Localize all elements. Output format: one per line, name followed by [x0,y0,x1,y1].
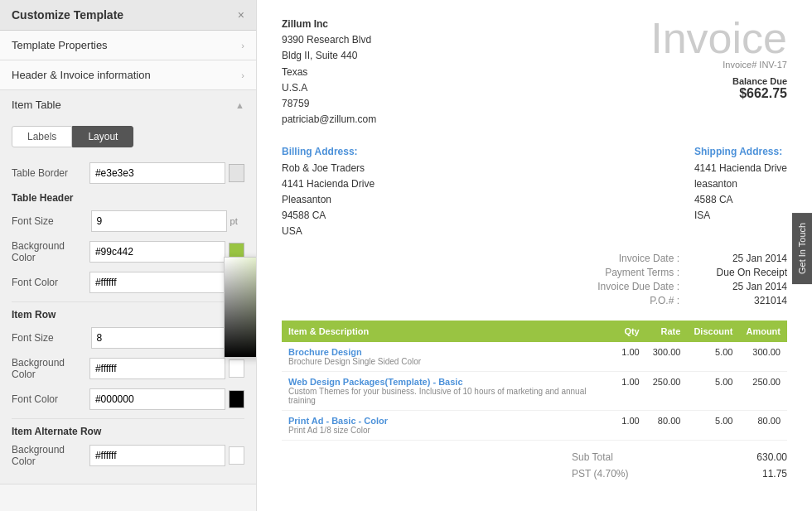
totals-row-1: Sub Total 630.00 [572,449,787,465]
row1-rate: 300.00 [646,342,688,372]
table-border-row: Table Border [12,162,244,184]
header-bg-input[interactable] [89,241,225,263]
chevron-right-icon2: › [241,70,244,80]
item-alt-row-title: Item Alternate Row [12,426,244,437]
item-alt-bg-input[interactable] [89,445,225,466]
item-table: Item & Description Qty Rate Discount Amo… [282,321,787,441]
item-table-section: Item Table ▲ Labels Layout Table Border … [0,90,256,484]
color-picker-body [225,258,257,357]
item-table-header[interactable]: Item Table ▲ [0,90,256,119]
row3-amount: 80.00 [739,411,787,441]
table-row: Web Design Packages(Template) - Basic Cu… [282,372,787,411]
invoice-preview: Zillum Inc 9390 Research Blvd Bldg II, S… [257,0,812,511]
row2-desc: Custom Themes for your business. Inclusi… [288,387,608,405]
template-properties-label: Template Properties [12,39,108,51]
invoice-title-block: Invoice Invoice# INV-17 Balance Due $662… [650,17,787,128]
totals-value-1: 630.00 [756,451,787,463]
meta-key-1: Invoice Date : [580,253,679,264]
header-bg-color-row: Background Color [12,240,244,263]
get-in-touch-tab[interactable]: Get In Touch [792,213,812,284]
item-font-size-input[interactable] [91,327,227,349]
tab-labels[interactable]: Labels [12,126,72,147]
shipping-label: Shipping Address: [694,144,787,160]
item-font-size-row: Font Size pt [12,327,244,349]
item-alt-bg-row: Background Color [12,444,244,467]
header-font-size-row: Font Size pt [12,210,244,232]
item-alt-bg-swatch[interactable] [229,446,244,465]
row2-discount: 5.00 [687,372,739,411]
item-bg-input[interactable] [89,358,225,379]
company-zip: 78759 [282,96,376,112]
header-font-size-unit: pt [230,216,244,226]
form-section: Table Border Table Header Font Size pt B… [0,154,256,484]
close-button[interactable]: × [238,8,244,22]
balance-due-amount: $662.75 [650,86,787,101]
section-header-invoice[interactable]: Header & Invoice information › [0,60,256,90]
divider1 [12,301,244,302]
meta-row-3: Invoice Due Date : 25 Jan 2014 [580,281,787,292]
color-gradient[interactable] [225,258,257,357]
item-font-color-input[interactable] [89,388,225,410]
row1-desc: Brochure Design Single Sided Color [288,357,608,366]
meta-row-2: Payment Terms : Due On Receipt [580,267,787,278]
left-panel: Customize Template × Template Properties… [0,0,257,511]
invoice-number-label: Invoice# [723,60,756,70]
header-font-size-label: Font Size [12,215,91,227]
shipping-zip-state: 4588 CA [694,192,787,208]
col-discount: Discount [687,321,739,342]
shipping-city: leasanton [694,176,787,192]
totals-section: Sub Total 630.00 PST (4.70%) 11.75 [282,449,787,482]
shipping-address-line: 4141 Hacienda Drive [694,161,787,176]
col-rate: Rate [646,321,688,342]
totals-table: Sub Total 630.00 PST (4.70%) 11.75 [572,449,787,482]
row3-item: Print Ad - Basic - Color Print Ad 1/8 si… [282,411,615,441]
table-border-label: Table Border [12,167,89,179]
color-picker-popup[interactable] [224,257,257,358]
invoice-title: Invoice [650,17,787,60]
item-bg-label: Background Color [12,357,89,380]
tabs-row: Labels Layout [0,119,256,154]
company-name: Zillum Inc [282,17,376,32]
table-border-swatch[interactable] [229,164,244,182]
item-font-size-label: Font Size [12,332,91,344]
shipping-country: ISA [694,208,787,224]
invoice-header: Zillum Inc 9390 Research Blvd Bldg II, S… [282,17,787,128]
item-table-label: Item Table [12,99,61,111]
row3-name: Print Ad - Basic - Color [288,416,608,426]
row1-qty: 1.00 [615,342,645,372]
tab-layout[interactable]: Layout [72,126,133,147]
company-city: Texas [282,65,376,80]
col-qty: Qty [615,321,645,342]
header-font-size-input[interactable] [91,210,227,232]
balance-due-label: Balance Due [650,76,787,86]
chevron-right-icon: › [241,41,244,51]
item-font-color-swatch[interactable] [229,390,244,408]
panel-title: Customize Template [12,8,123,22]
table-border-input[interactable] [89,162,225,184]
section-template-properties[interactable]: Template Properties › [0,31,256,60]
item-bg-swatch[interactable] [229,359,244,378]
item-row-title: Item Row [12,309,244,321]
header-bg-label: Background Color [12,240,89,263]
row2-amount: 250.00 [739,372,787,411]
header-font-color-input[interactable] [89,272,225,293]
company-email: patriciab@zillum.com [282,112,376,128]
meta-key-4: P.O.# : [580,295,679,306]
billing-city: Pleasanton [282,192,375,208]
company-address2: Bldg II, Suite 440 [282,48,376,64]
row3-desc: Print Ad 1/8 size Color [288,426,608,435]
meta-val-3: 25 Jan 2014 [704,281,787,292]
item-bg-color-row: Background Color [12,357,244,380]
row3-rate: 80.00 [646,411,688,441]
row1-item: Brochure Design Brochure Design Single S… [282,342,615,372]
table-row: Print Ad - Basic - Color Print Ad 1/8 si… [282,411,787,441]
invoice-meta: Invoice Date : 25 Jan 2014 Payment Terms… [282,253,787,309]
divider2 [12,418,244,419]
totals-label-1: Sub Total [572,451,613,463]
totals-row-2: PST (4.70%) 11.75 [572,465,787,482]
item-alt-bg-label: Background Color [12,444,89,467]
row2-qty: 1.00 [615,372,645,411]
totals-value-2: 11.75 [762,468,787,480]
header-font-color-row: Font Color [12,272,244,293]
billing-name: Rob & Joe Traders [282,161,375,176]
